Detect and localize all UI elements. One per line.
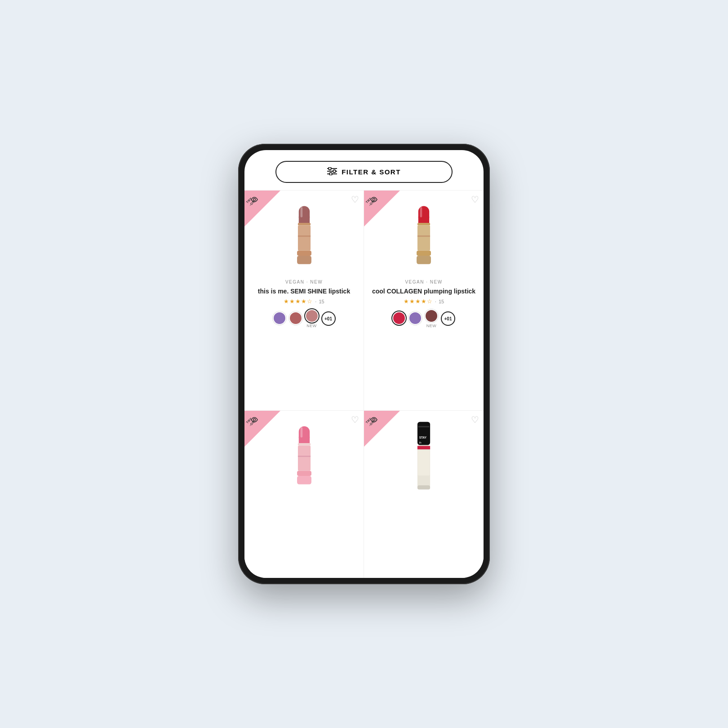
svg-rect-14 (300, 207, 302, 217)
product-name-2[interactable]: cool COLLAGEN plumping lipstick (370, 287, 477, 295)
try-on-badge-3 (244, 411, 280, 447)
filter-sort-label: FILTER & SORT (342, 168, 401, 176)
swatch-2-2[interactable] (408, 311, 422, 325)
svg-rect-9 (297, 223, 310, 226)
swatch-2-3-label: NEW (425, 324, 438, 328)
wishlist-btn-4[interactable]: ♡ (471, 415, 479, 424)
rating-row-2: ★★★★☆ · 15 (404, 298, 444, 305)
svg-rect-22 (417, 256, 431, 264)
svg-point-4 (333, 170, 336, 173)
svg-rect-31 (297, 476, 311, 484)
swatch-2-3[interactable] (425, 309, 438, 323)
stars-2: ★★★★☆ (404, 298, 433, 305)
svg-rect-20 (417, 235, 430, 237)
swatch-2-1[interactable] (392, 311, 406, 325)
product-card-4: TRY-ON ♡ STAY 8h MATTE (364, 411, 484, 578)
filter-sort-button[interactable]: FILTER & SORT (275, 161, 453, 183)
stars-1: ★★★★☆ (284, 298, 313, 305)
svg-rect-27 (297, 443, 310, 445)
wishlist-btn-1[interactable]: ♡ (351, 195, 359, 204)
swatch-1-3-label: NEW (305, 324, 319, 328)
wishlist-btn-2[interactable]: ♡ (471, 195, 479, 204)
svg-text:STAY: STAY (419, 436, 427, 439)
filter-bar: FILTER & SORT (244, 150, 484, 190)
rating-count-1: 15 (319, 299, 324, 304)
svg-rect-35 (418, 426, 429, 427)
product-tags-1: VEGAN · NEW (285, 280, 323, 284)
svg-rect-40 (417, 446, 430, 449)
svg-rect-32 (300, 427, 302, 437)
rating-dot-1: · (315, 299, 316, 304)
swatch-more-1[interactable]: +01 (321, 311, 336, 326)
svg-text:8h: 8h (419, 441, 422, 444)
filter-icon (327, 167, 337, 177)
svg-point-3 (328, 167, 331, 170)
products-grid: TRY-ON ♡ (244, 190, 484, 578)
svg-rect-28 (297, 445, 310, 471)
svg-rect-42 (417, 485, 430, 489)
svg-rect-10 (297, 226, 310, 251)
svg-rect-30 (297, 471, 311, 475)
svg-rect-29 (297, 456, 310, 457)
svg-rect-19 (417, 226, 430, 251)
swatch-more-2[interactable]: +01 (441, 311, 455, 326)
svg-point-5 (329, 173, 332, 175)
svg-rect-41 (418, 450, 430, 475)
phone-shell: FILTER & SORT TRY-ON ♡ (238, 144, 490, 584)
product-tags-2: VEGAN · NEW (405, 280, 442, 284)
swatch-1-2[interactable] (289, 311, 302, 325)
svg-rect-18 (417, 223, 430, 226)
try-on-badge-4 (364, 411, 400, 447)
phone-screen: FILTER & SORT TRY-ON ♡ (244, 150, 484, 578)
swatch-1-1[interactable] (273, 311, 286, 325)
rating-row-1: ★★★★☆ · 15 (284, 298, 324, 305)
wishlist-btn-3[interactable]: ♡ (351, 415, 359, 424)
product-card-1: TRY-ON ♡ (244, 191, 364, 411)
product-card-3: TRY-ON ♡ (244, 411, 364, 578)
svg-rect-23 (420, 207, 422, 217)
rating-dot-2: · (435, 299, 436, 304)
svg-rect-12 (297, 251, 311, 256)
swatches-2: NEW +01 (392, 309, 455, 328)
rating-count-2: 15 (439, 299, 444, 304)
svg-rect-11 (297, 235, 310, 237)
svg-rect-21 (417, 251, 431, 256)
svg-rect-13 (297, 256, 311, 264)
product-card-2: TRY-ON ♡ (364, 191, 484, 411)
product-name-1[interactable]: this is me. SEMI SHINE lipstick (256, 287, 352, 295)
swatches-1: NEW +01 (273, 309, 336, 328)
swatch-1-3[interactable] (305, 309, 319, 323)
